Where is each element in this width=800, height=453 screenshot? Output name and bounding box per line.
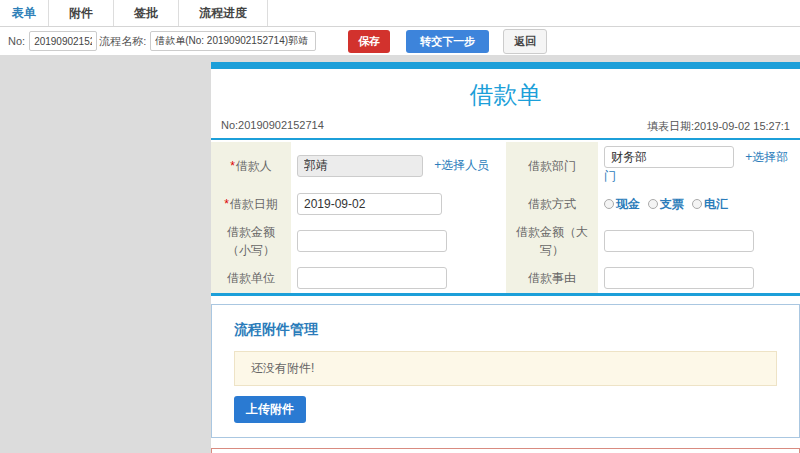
tab-bar: 表单 附件 签批 流程进度: [0, 0, 800, 27]
loan-unit-input[interactable]: [297, 267, 447, 289]
department-label: 借款部门: [528, 159, 576, 173]
select-person-link[interactable]: +选择人员: [434, 158, 489, 172]
loan-reason-input[interactable]: [604, 267, 754, 289]
amount-lower-label: 借款金额（小写）: [227, 225, 275, 257]
loan-date-label-cell: *借款日期: [211, 189, 291, 219]
table-row: 借款单位 借款事由: [211, 263, 800, 293]
radio-cash-label[interactable]: 现金: [616, 196, 640, 213]
required-marker: *: [224, 197, 229, 211]
form-meta-row: No:20190902152714 填表日期:2019-09-02 15:27:…: [211, 119, 800, 140]
loan-unit-label-cell: 借款单位: [211, 263, 291, 293]
loan-date-input[interactable]: [297, 193, 442, 215]
borrower-label-cell: *借款人: [211, 142, 291, 189]
loan-unit-field-cell: [291, 263, 506, 293]
loan-reason-label-cell: 借款事由: [506, 263, 598, 293]
amount-upper-field-cell: [598, 219, 800, 263]
tab-process-progress[interactable]: 流程进度: [179, 0, 268, 26]
tab-approval[interactable]: 签批: [114, 0, 179, 26]
form-number: No:20190902152714: [221, 119, 324, 134]
form-bottom-accent-border: [211, 293, 800, 296]
forward-next-step-button[interactable]: 转交下一步: [406, 30, 489, 53]
loan-reason-field-cell: [598, 263, 800, 293]
page-background: 借款单 No:20190902152714 填表日期:2019-09-02 15…: [0, 55, 800, 453]
back-button[interactable]: 返回: [503, 29, 547, 54]
process-name-input[interactable]: [150, 31, 316, 51]
department-field-cell: +选择部门: [598, 142, 800, 189]
radio-wire-transfer[interactable]: 电汇: [692, 196, 728, 213]
loan-form-table: *借款人 +选择人员 借款部门 +选择部门 *借款日期: [211, 142, 800, 293]
borrower-field-cell: +选择人员: [291, 142, 506, 189]
loan-method-field-cell: 现金 支票 电汇: [598, 189, 800, 219]
loan-method-label-cell: 借款方式: [506, 189, 598, 219]
action-toolbar: No: 流程名称: 保存 转交下一步 返回: [0, 27, 800, 55]
amount-lower-label-cell: 借款金额（小写）: [211, 219, 291, 263]
amount-upper-label: 借款金额（大写）: [516, 225, 588, 257]
radio-icon[interactable]: [692, 199, 702, 209]
panel-top-accent-bar: [211, 62, 800, 69]
radio-icon[interactable]: [648, 199, 658, 209]
borrower-label: 借款人: [236, 159, 272, 173]
loan-reason-label: 借款事由: [528, 271, 576, 285]
department-label-cell: 借款部门: [506, 142, 598, 189]
radio-cheque[interactable]: 支票: [648, 196, 684, 213]
process-name-label: 流程名称:: [99, 34, 146, 49]
loan-form-panel: 借款单 No:20190902152714 填表日期:2019-09-02 15…: [211, 62, 800, 453]
loan-date-label: 借款日期: [230, 197, 278, 211]
tab-form[interactable]: 表单: [0, 0, 49, 26]
approval-section: 流程签批意见 B I abc ✎ ∞ ∞ ⚑ ≡ ≡ « »: [211, 448, 800, 453]
table-row: 借款金额（小写） 借款金额（大写）: [211, 219, 800, 263]
borrower-input[interactable]: [297, 155, 423, 177]
no-attachment-alert: 还没有附件!: [234, 351, 777, 386]
loan-method-label: 借款方式: [528, 197, 576, 211]
amount-upper-label-cell: 借款金额（大写）: [506, 219, 598, 263]
loan-unit-label: 借款单位: [227, 271, 275, 285]
required-marker: *: [230, 159, 235, 173]
radio-cash[interactable]: 现金: [604, 196, 640, 213]
radio-cheque-label[interactable]: 支票: [660, 196, 684, 213]
tab-attachment[interactable]: 附件: [49, 0, 114, 26]
upload-attachment-button[interactable]: 上传附件: [234, 396, 306, 423]
amount-lower-input[interactable]: [297, 230, 447, 252]
fill-date: 填表日期:2019-09-02 15:27:1: [647, 119, 790, 134]
table-row: *借款人 +选择人员 借款部门 +选择部门: [211, 142, 800, 189]
radio-wire-transfer-label[interactable]: 电汇: [704, 196, 728, 213]
no-label: No:: [8, 35, 25, 47]
loan-date-field-cell: [291, 189, 506, 219]
amount-upper-input[interactable]: [604, 230, 754, 252]
loan-method-radio-group: 现金 支票 电汇: [604, 196, 794, 213]
form-title: 借款单: [211, 69, 800, 119]
amount-lower-field-cell: [291, 219, 506, 263]
attachment-section: 流程附件管理 还没有附件! 上传附件: [211, 304, 800, 438]
attachment-section-title: 流程附件管理: [234, 321, 777, 339]
department-input[interactable]: [604, 146, 734, 168]
radio-icon[interactable]: [604, 199, 614, 209]
table-row: *借款日期 借款方式 现金 支票: [211, 189, 800, 219]
save-button[interactable]: 保存: [348, 30, 390, 53]
no-input[interactable]: [29, 31, 97, 51]
